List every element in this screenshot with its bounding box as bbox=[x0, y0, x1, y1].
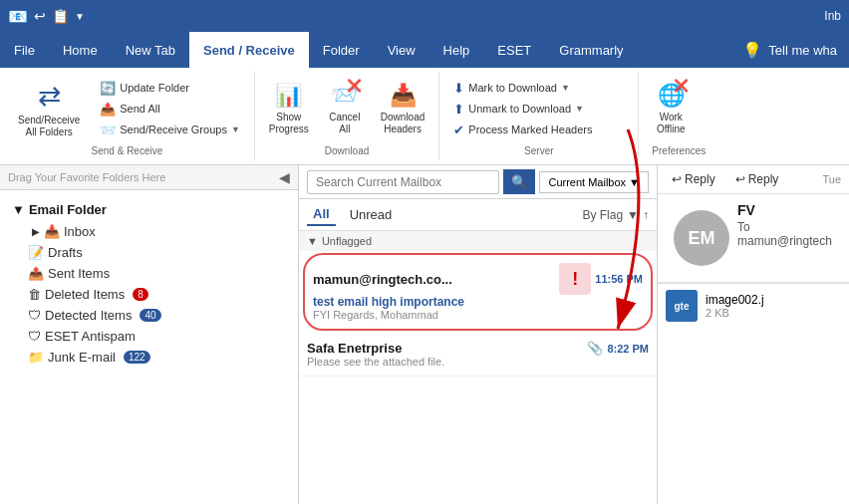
folder-item-drafts[interactable]: 📝 Drafts bbox=[0, 242, 298, 263]
message-item-2[interactable]: Safa Enetrprise 📎 8:22 PM Please see the… bbox=[299, 333, 657, 377]
folder-collapse-arrow[interactable]: ◀ bbox=[279, 169, 290, 185]
menu-eset[interactable]: ESET bbox=[483, 32, 545, 68]
tell-me-bar[interactable]: 💡 Tell me wha bbox=[730, 32, 849, 68]
ribbon-group-content: ⇄ Send/ReceiveAll Folders 🔄 Update Folde… bbox=[8, 74, 246, 143]
message-row-top-2: Safa Enetrprise 📎 8:22 PM bbox=[307, 341, 649, 356]
chevron-down-icon-2: ▼ bbox=[561, 83, 570, 93]
reading-pane: ↩ Reply ↩ Reply Tue EM FV To mamun@ringt… bbox=[658, 165, 849, 504]
email-folder-label: Email Folder bbox=[29, 202, 107, 217]
message-preview-1: FYI Regards, Mohammad bbox=[313, 309, 643, 321]
junk-badge: 122 bbox=[124, 351, 150, 364]
eset-icon: 🛡 bbox=[28, 329, 41, 344]
title-bar: 📧 ↩ 📋 ▼ Inb bbox=[0, 0, 849, 32]
cancel-all-button[interactable]: 📨❌ CancelAll bbox=[321, 79, 369, 139]
update-folder-label: Update Folder bbox=[120, 82, 189, 94]
ribbon-group-send-receive: ⇄ Send/ReceiveAll Folders 🔄 Update Folde… bbox=[0, 72, 255, 160]
folder-item-sent[interactable]: 📤 Sent Items bbox=[0, 263, 298, 284]
mark-to-download-button[interactable]: ⬇ Mark to Download ▼ bbox=[447, 79, 598, 98]
folder-item-junk[interactable]: 📁 Junk E-mail 122 bbox=[0, 347, 298, 368]
server-group-content: ⬇ Mark to Download ▼ ⬆ Unmark to Downloa… bbox=[447, 74, 630, 143]
show-progress-button[interactable]: 📊 ShowProgress bbox=[263, 79, 315, 139]
importance-icon: ! bbox=[559, 263, 591, 295]
attachment-row: gte image002.j 2 KB bbox=[658, 283, 849, 328]
reply-all-button[interactable]: ↩ Reply bbox=[729, 169, 785, 189]
filter-all[interactable]: All bbox=[307, 203, 336, 226]
ribbon: ⇄ Send/ReceiveAll Folders 🔄 Update Folde… bbox=[0, 68, 849, 165]
email-from: To mamun@ringtech bbox=[737, 220, 841, 248]
menu-folder[interactable]: Folder bbox=[309, 32, 374, 68]
work-offline-button[interactable]: 🌐❌ WorkOffline bbox=[647, 79, 695, 139]
update-folder-button[interactable]: 🔄 Update Folder bbox=[94, 79, 246, 98]
drafts-label: Drafts bbox=[48, 245, 83, 260]
send-receive-groups-button[interactable]: 📨 Send/Receive Groups ▼ bbox=[94, 121, 246, 139]
menu-newtab[interactable]: New Tab bbox=[112, 32, 189, 68]
eset-label: ESET Antispam bbox=[45, 329, 136, 344]
download-headers-button[interactable]: 📥 DownloadHeaders bbox=[375, 79, 430, 139]
triangle-icon: ▼ bbox=[12, 202, 25, 217]
main-layout: Drag Your Favorite Folders Here ◀ ▼ Emai… bbox=[0, 165, 849, 504]
deleted-label: Deleted Items bbox=[45, 287, 125, 302]
unmark-download-label: Unmark to Download bbox=[468, 103, 571, 115]
show-progress-label: ShowProgress bbox=[269, 112, 309, 135]
email-folder-header[interactable]: ▼ Email Folder bbox=[0, 198, 298, 221]
folder-item-detected[interactable]: 🛡 Detected Items 40 bbox=[0, 305, 298, 326]
outlook-icon: 📧 bbox=[8, 7, 28, 26]
search-input[interactable] bbox=[307, 170, 499, 194]
scope-label: Current Mailbox bbox=[548, 176, 626, 188]
message-list-pane: 🔍 Current Mailbox ▼ All Unread By Flag ▼… bbox=[299, 165, 658, 504]
sort-dropdown[interactable]: By Flag ▼ ↑ bbox=[582, 208, 649, 222]
clipboard-icon[interactable]: 📋 bbox=[52, 8, 69, 24]
menu-home[interactable]: Home bbox=[49, 32, 112, 68]
folder-item-inbox[interactable]: ▶ 📥 Inbox bbox=[0, 221, 298, 242]
download-group-content: 📊 ShowProgress 📨❌ CancelAll 📥 DownloadHe… bbox=[263, 74, 431, 143]
attachment-name: image002.j bbox=[706, 293, 764, 307]
junk-label: Junk E-mail bbox=[48, 350, 116, 365]
menu-view[interactable]: View bbox=[374, 32, 429, 68]
attachment-file-icon: gte bbox=[666, 290, 698, 322]
preferences-group-content: 🌐❌ WorkOffline bbox=[647, 74, 710, 143]
send-receive-group-label: Send & Receive bbox=[8, 143, 246, 158]
deleted-badge: 8 bbox=[133, 288, 148, 301]
process-marked-button[interactable]: ✔ Process Marked Headers bbox=[447, 121, 598, 139]
work-offline-icon: 🌐❌ bbox=[658, 83, 685, 109]
chevron-down-icon: ▼ bbox=[231, 125, 240, 134]
message-time-1: 11:56 PM bbox=[595, 273, 643, 285]
reply-icon: ↩ bbox=[672, 172, 682, 186]
reading-meta: FV To mamun@ringtech bbox=[737, 202, 841, 248]
send-receive-all-button[interactable]: ⇄ Send/ReceiveAll Folders bbox=[8, 76, 90, 142]
chevron-right-icon: ▶ bbox=[32, 226, 40, 237]
reply-button[interactable]: ↩ Reply bbox=[666, 169, 721, 189]
search-button[interactable]: 🔍 bbox=[503, 169, 535, 194]
send-all-button[interactable]: 📤 Send All bbox=[94, 100, 246, 119]
group-collapse-icon: ▼ bbox=[307, 235, 318, 247]
message-item-1[interactable]: mamun@ringtech.co... ! 11:56 PM test ema… bbox=[303, 253, 653, 331]
filter-unread[interactable]: Unread bbox=[344, 204, 399, 225]
send-receive-groups-label: Send/Receive Groups bbox=[120, 124, 227, 135]
cancel-all-icon: 📨❌ bbox=[331, 83, 358, 109]
menu-help[interactable]: Help bbox=[429, 32, 484, 68]
folder-item-eset[interactable]: 🛡 ESET Antispam bbox=[0, 326, 298, 347]
message-subject-1: test email high importance bbox=[313, 295, 643, 309]
reading-toolbar: ↩ Reply ↩ Reply Tue bbox=[658, 165, 849, 194]
junk-icon: 📁 bbox=[28, 350, 44, 365]
unmark-to-download-button[interactable]: ⬆ Unmark to Download ▼ bbox=[447, 100, 598, 119]
folder-favorite-bar: Drag Your Favorite Folders Here ◀ bbox=[0, 165, 298, 190]
chevron-down-icon-3: ▼ bbox=[575, 104, 584, 114]
mark-download-label: Mark to Download bbox=[468, 82, 557, 94]
folder-item-deleted[interactable]: 🗑 Deleted Items 8 bbox=[0, 284, 298, 305]
lightbulb-icon: 💡 bbox=[742, 41, 762, 60]
work-offline-label: WorkOffline bbox=[657, 112, 686, 135]
sent-label: Sent Items bbox=[48, 266, 110, 281]
menu-send-receive[interactable]: Send / Receive bbox=[189, 32, 309, 68]
dropdown-icon[interactable]: ▼ bbox=[75, 11, 85, 22]
reading-header: EM FV To mamun@ringtech bbox=[658, 194, 849, 283]
scope-dropdown[interactable]: Current Mailbox ▼ bbox=[539, 171, 649, 193]
undo-icon[interactable]: ↩ bbox=[34, 8, 46, 24]
filter-bar: All Unread By Flag ▼ ↑ bbox=[299, 199, 657, 231]
detected-badge: 40 bbox=[140, 309, 160, 322]
menu-grammarly[interactable]: Grammarly bbox=[545, 32, 637, 68]
sort-direction-icon: ↑ bbox=[643, 208, 649, 222]
ribbon-group-preferences: 🌐❌ WorkOffline Preferences bbox=[639, 72, 718, 160]
menu-file[interactable]: File bbox=[0, 32, 49, 68]
title-bar-title: Inb bbox=[824, 9, 841, 23]
